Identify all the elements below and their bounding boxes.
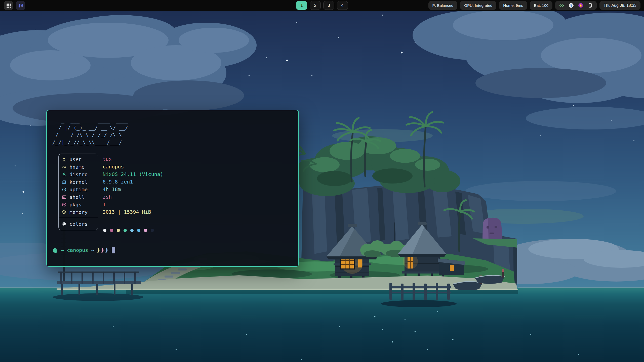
gpu-status[interactable]: GPU: Integrated — [460, 1, 496, 10]
bar-right: P: Balanced GPU: Integrated Home: 9ms Ba… — [428, 1, 640, 10]
workspace-1[interactable]: 1 — [296, 1, 307, 10]
fetch-row-pkgs: pkgs — [59, 201, 98, 208]
palette-icon — [62, 222, 66, 226]
palette-dot-6 — [144, 229, 147, 232]
prompt-hostname: canopus — [67, 247, 88, 253]
user-icon — [62, 157, 66, 162]
power-profile-status[interactable]: P: Balanced — [428, 1, 458, 10]
value-uptime: 4h 18m — [103, 186, 163, 193]
palette-dot-4 — [130, 229, 134, 232]
chip-icon — [62, 210, 66, 214]
value-distro: NixOS 24.11 (Vicuna) — [103, 170, 163, 178]
flame-music-icon[interactable] — [578, 3, 583, 8]
fetch-values: tux canopus NixOS 24.11 (Vicuna) 6.9.8-z… — [103, 155, 163, 216]
value-kernel: 6.9.8-zen1 — [103, 178, 163, 186]
clock[interactable]: Thu Aug 08, 18:33 — [599, 1, 640, 10]
chevron-icon — [105, 247, 109, 253]
workspace-2[interactable]: 2 — [310, 1, 321, 10]
fetch-divider — [59, 218, 98, 218]
hostname-icon — [62, 165, 66, 169]
fetch-row-shell: shell — [59, 193, 98, 201]
fetch-row-hname: hname — [59, 163, 98, 171]
value-memory: 2013 | 15394 MiB — [103, 208, 163, 216]
fetch-row-kernel: kernel — [59, 178, 98, 186]
fetch-row-distro: distro — [59, 171, 98, 178]
palette-dot-2 — [117, 229, 120, 232]
laptop-icon — [62, 180, 66, 184]
prompt-path: ~ — [91, 247, 94, 253]
value-pkgs: 1 — [103, 201, 163, 208]
glasses-icon[interactable] — [559, 3, 564, 8]
chevron-icon — [101, 247, 105, 253]
ghost-icon — [52, 247, 58, 253]
top-bar: $W 1 2 3 4 P: Balanced GPU: Integrated H… — [0, 0, 644, 11]
fetch-row-memory: memory — [59, 208, 98, 216]
prompt-arrow: → — [61, 247, 64, 253]
system-tray — [555, 1, 597, 10]
penguin-icon — [62, 172, 66, 177]
fetch-info-box: user hname distro kernel uptime — [58, 154, 98, 230]
desktop: $W 1 2 3 4 P: Balanced GPU: Integrated H… — [0, 0, 644, 362]
package-icon — [62, 202, 66, 207]
terminal-cursor[interactable] — [112, 247, 115, 253]
shell-icon — [62, 195, 66, 199]
shell-prompt[interactable]: → canopus ~ — [52, 246, 115, 254]
nixos-ascii-logo: _ ___ ____ ____ / |/ (_)_ __/ __ \/ __/ … — [52, 117, 128, 146]
value-user: tux — [103, 155, 163, 163]
bluetooth-icon[interactable] — [569, 3, 574, 8]
fetch-row-user: user — [59, 156, 98, 163]
palette-dot-7 — [151, 229, 154, 232]
terminal-window[interactable]: _ ___ ____ ____ / |/ (_)_ __/ __ \/ __/ … — [46, 110, 299, 267]
value-shell: zsh — [103, 193, 163, 201]
palette-dot-0 — [103, 229, 106, 232]
fetch-row-uptime: uptime — [59, 186, 98, 193]
palette-dot-5 — [137, 229, 140, 232]
palette-dot-3 — [124, 229, 127, 232]
battery-status[interactable]: Bat: 100 — [530, 1, 552, 10]
palette-dot-1 — [110, 229, 113, 232]
clock-icon — [62, 187, 66, 192]
ping-status[interactable]: Home: 9ms — [499, 1, 527, 10]
phone-icon[interactable] — [588, 3, 593, 8]
workspace-4[interactable]: 4 — [337, 1, 348, 10]
workspace-3[interactable]: 3 — [323, 1, 334, 10]
value-hname: canopus — [103, 163, 163, 170]
fetch-row-colors: colors — [59, 220, 98, 228]
chevron-icon — [97, 247, 101, 253]
terminal-palette — [103, 227, 154, 234]
